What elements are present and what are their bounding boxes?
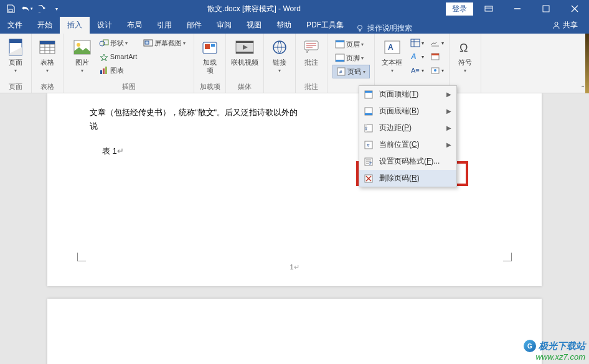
addins-button[interactable]: 加载 项 — [197, 36, 223, 76]
menu-label: 删除页码(R) — [379, 173, 420, 184]
header-icon — [335, 40, 345, 49]
svg-text:Ω: Ω — [459, 42, 468, 54]
tab-mailings[interactable]: 邮件 — [179, 17, 209, 34]
svg-rect-29 — [336, 60, 344, 62]
save-icon[interactable] — [2, 1, 19, 17]
signature-button[interactable]: ▾ — [428, 36, 446, 50]
object-button[interactable]: ▾ — [428, 63, 446, 77]
page-number-button[interactable]: # 页码 ▾ — [332, 65, 370, 78]
wordart-button[interactable]: A▾ — [408, 50, 426, 63]
format-pagenum-icon: # — [363, 157, 374, 167]
submenu-arrow-icon: ▶ — [446, 108, 451, 114]
tab-design[interactable]: 设计 — [90, 17, 120, 34]
close-icon[interactable] — [560, 0, 589, 17]
menu-remove-page-numbers[interactable]: 删除页码(R) — [359, 170, 456, 187]
person-icon — [552, 21, 560, 29]
group-tables: 表格 ▾ 表格 — [32, 34, 64, 93]
group-links: 链接 ▾ — [264, 34, 296, 93]
maximize-icon[interactable] — [532, 0, 560, 17]
window-title: 散文.docx [兼容模式] - Word — [62, 4, 446, 14]
window-edge — [585, 34, 589, 93]
tab-layout[interactable]: 布局 — [120, 17, 149, 34]
svg-rect-13 — [100, 70, 102, 74]
tab-references[interactable]: 引用 — [149, 17, 179, 34]
menu-page-margins[interactable]: # 页边距(P) ▶ — [359, 119, 456, 136]
qat: ▾ ▾ — [0, 1, 62, 17]
remove-pagenum-icon — [363, 174, 374, 184]
menu-label: 设置页码格式(F)... — [379, 156, 440, 167]
svg-point-40 — [434, 69, 436, 72]
svg-rect-38 — [431, 54, 439, 55]
qat-customize-icon[interactable]: ▾ — [51, 1, 62, 17]
shapes-button[interactable]: 形状 ▾ — [97, 36, 139, 50]
collapse-ribbon-icon[interactable]: ⌃ — [580, 85, 585, 91]
shapes-icon — [99, 39, 109, 47]
table-button[interactable]: 表格 ▾ — [34, 36, 60, 75]
undo-icon[interactable]: ▾ — [19, 1, 35, 17]
svg-rect-19 — [205, 44, 210, 49]
menu-label: 页面顶端(T) — [379, 89, 418, 100]
login-button[interactable]: 登录 — [446, 2, 473, 16]
tab-help[interactable]: 帮助 — [269, 17, 299, 34]
ribbon-options-icon[interactable] — [474, 0, 503, 17]
chart-button[interactable]: 图表 — [97, 63, 139, 77]
page-1: 文章（包括经传史书），统称"散文"。后又泛指诗歌以外的 说 表 1↵ 1↵ — [47, 93, 542, 286]
redo-icon[interactable] — [35, 1, 51, 17]
datetime-button[interactable] — [428, 50, 446, 63]
group-media: 联机视频 媒体 — [226, 34, 264, 93]
tab-home[interactable]: 开始 — [30, 17, 60, 34]
svg-text:A: A — [388, 43, 393, 52]
svg-rect-17 — [145, 41, 149, 44]
footer-button[interactable]: 页脚 ▾ — [332, 51, 370, 65]
symbol-button[interactable]: Ω 符号 ▾ — [452, 36, 478, 75]
menu-bottom-of-page[interactable]: 页面底端(B) ▶ — [359, 103, 456, 119]
svg-text:#: # — [339, 69, 342, 75]
tab-view[interactable]: 视图 — [239, 17, 269, 34]
pictures-button[interactable]: 图片 ▾ — [69, 36, 95, 75]
menu-top-of-page[interactable]: 页面顶端(T) ▶ — [359, 86, 456, 103]
svg-rect-34 — [411, 39, 420, 47]
tell-me-search[interactable]: 操作说明搜索 — [351, 23, 417, 34]
textbox-button[interactable]: A 文本框 ▾ — [378, 36, 407, 75]
smartart-button[interactable]: SmartArt — [97, 50, 139, 63]
cover-page-button[interactable]: 页面 ▾ — [2, 36, 29, 75]
group-comments: 批注 批注 — [296, 34, 327, 93]
svg-text:#: # — [367, 142, 370, 148]
links-button[interactable]: 链接 ▾ — [266, 36, 293, 75]
submenu-arrow-icon: ▶ — [446, 91, 451, 98]
svg-rect-1 — [485, 6, 492, 11]
margin-corner — [503, 253, 512, 261]
share-button[interactable]: 共享 — [546, 17, 584, 34]
comment-button[interactable]: 批注 — [298, 36, 324, 68]
menu-current-position[interactable]: # 当前位置(C) ▶ — [359, 136, 456, 153]
group-headerfooter: 页眉 ▾ 页脚 ▾ # 页码 ▾ — [327, 34, 375, 93]
online-video-button[interactable]: 联机视频 — [229, 36, 261, 68]
menu-format-page-numbers[interactable]: # 设置页码格式(F)... — [359, 153, 456, 170]
svg-point-4 — [555, 22, 558, 26]
tab-file[interactable]: 文件 — [0, 17, 30, 34]
svg-rect-2 — [543, 6, 549, 12]
margin-corner — [77, 253, 86, 261]
page-number-menu: 页面顶端(T) ▶ 页面底端(B) ▶ # 页边距(P) ▶ # 当前位置(C)… — [359, 85, 457, 187]
svg-rect-15 — [105, 67, 107, 74]
current-pos-icon: # — [363, 140, 374, 150]
tab-pdf[interactable]: PDF工具集 — [299, 17, 351, 34]
quick-parts-button[interactable]: ▾ — [408, 36, 426, 50]
minimize-icon[interactable] — [503, 0, 532, 17]
group-symbols: Ω 符号 ▾ — [450, 34, 481, 93]
menu-label: 当前位置(C) — [379, 139, 420, 150]
submenu-arrow-icon: ▶ — [446, 141, 451, 148]
footer-icon — [335, 54, 345, 62]
dropcap-button[interactable]: A≡▾ — [408, 63, 426, 77]
chart-icon — [99, 66, 109, 75]
document-area[interactable]: 文章（包括经传史书），统称"散文"。后又泛指诗歌以外的 说 表 1↵ 1↵ — [0, 93, 589, 364]
window-controls: 登录 — [446, 0, 589, 17]
tab-insert[interactable]: 插入 — [60, 17, 90, 34]
smartart-icon — [99, 52, 109, 61]
screenshot-button[interactable]: 屏幕截图 ▾ — [141, 36, 188, 50]
svg-point-10 — [77, 43, 80, 47]
header-button[interactable]: 页眉 ▾ — [332, 37, 370, 51]
svg-rect-14 — [103, 68, 105, 74]
svg-rect-6 — [9, 39, 22, 43]
tab-review[interactable]: 审阅 — [209, 17, 239, 34]
